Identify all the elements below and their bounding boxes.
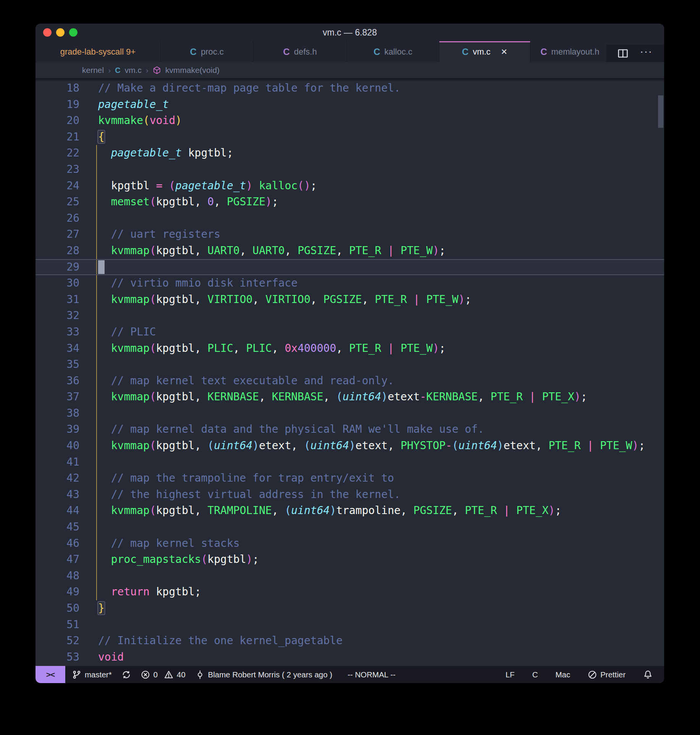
code-line[interactable]: 31 kvmmap(kpgtbl, VIRTIO0, VIRTIO0, PGSI…	[35, 292, 664, 308]
line-number[interactable]: 26	[35, 210, 79, 227]
code-line[interactable]: 52// Initialize the one kernel_pagetable	[35, 633, 664, 649]
notifications-item[interactable]	[643, 670, 653, 679]
line-number[interactable]: 39	[35, 421, 79, 438]
line-number[interactable]: 31	[35, 292, 79, 308]
code-line[interactable]: 36 // map kernel text executable and rea…	[35, 373, 664, 389]
sync-changes-button[interactable]	[122, 670, 131, 679]
line-content: kvmmap(kpgtbl, VIRTIO0, VIRTIO0, PGSIZE,…	[98, 292, 664, 308]
line-number[interactable]: 41	[35, 454, 79, 471]
line-number[interactable]: 20	[35, 113, 79, 129]
git-blame-item[interactable]: Blame Robert Morris ( 2 years ago )	[195, 670, 332, 679]
breadcrumb-folder[interactable]: kernel	[82, 66, 104, 75]
code-line[interactable]: 53void	[35, 649, 664, 666]
line-number[interactable]: 32	[35, 308, 79, 324]
line-number[interactable]: 52	[35, 633, 79, 649]
code-line[interactable]: 25 memset(kpgtbl, 0, PGSIZE);	[35, 194, 664, 210]
close-tab-icon[interactable]: ✕	[501, 48, 508, 56]
split-editor-icon[interactable]	[618, 48, 628, 59]
scrollbar-thumb[interactable]	[658, 95, 663, 128]
line-number[interactable]: 36	[35, 373, 79, 389]
code-editor[interactable]: 18// Make a direct-map page table for th…	[35, 78, 664, 666]
eol-indicator[interactable]: LF	[505, 670, 515, 679]
close-window-button[interactable]	[43, 28, 52, 37]
line-number[interactable]: 19	[35, 97, 79, 113]
line-number[interactable]: 40	[35, 438, 79, 454]
code-line[interactable]: 37 kvmmap(kpgtbl, KERNBASE, KERNBASE, (u…	[35, 389, 664, 405]
line-number[interactable]: 42	[35, 470, 79, 487]
line-number[interactable]: 37	[35, 389, 79, 405]
code-line[interactable]: 23	[35, 161, 664, 178]
code-line[interactable]: 50}	[35, 600, 664, 617]
line-number[interactable]: 30	[35, 275, 79, 292]
tab-grade-lab-syscall[interactable]: grade-lab-syscall 9+	[35, 41, 161, 62]
line-number[interactable]: 53	[35, 649, 79, 666]
breadcrumb-file[interactable]: vm.c	[125, 66, 142, 75]
tab-kalloc-c[interactable]: C kalloc.c	[347, 41, 439, 62]
formatter-indicator[interactable]: Prettier	[588, 670, 626, 679]
code-line[interactable]: 35	[35, 356, 664, 373]
code-line[interactable]: 26	[35, 210, 664, 227]
line-number[interactable]: 47	[35, 551, 79, 568]
code-line[interactable]: 19pagetable_t	[35, 97, 664, 113]
line-number[interactable]: 49	[35, 584, 79, 600]
code-line[interactable]: 38	[35, 405, 664, 422]
code-line[interactable]: 42 // map the trampoline for trap entry/…	[35, 470, 664, 487]
breadcrumb-symbol[interactable]: kvmmake(void)	[165, 66, 219, 75]
line-number[interactable]: 44	[35, 503, 79, 519]
line-number[interactable]: 22	[35, 145, 79, 161]
code-line[interactable]: 49 return kpgtbl;	[35, 584, 664, 600]
os-indicator[interactable]: Mac	[555, 670, 570, 679]
code-line[interactable]: 41	[35, 454, 664, 471]
vim-mode-indicator[interactable]: -- NORMAL --	[348, 670, 396, 679]
git-branch-item[interactable]: master*	[72, 670, 112, 679]
code-line[interactable]: 44 kvmmap(kpgtbl, TRAMPOLINE, (uint64)tr…	[35, 503, 664, 519]
minimize-window-button[interactable]	[56, 28, 65, 37]
line-number[interactable]: 28	[35, 243, 79, 259]
code-line[interactable]: 18// Make a direct-map page table for th…	[35, 80, 664, 97]
line-number[interactable]: 45	[35, 519, 79, 535]
more-actions-icon[interactable]: ···	[640, 52, 653, 55]
line-number[interactable]: 48	[35, 568, 79, 584]
code-line[interactable]: 33 // PLIC	[35, 324, 664, 340]
language-mode-indicator[interactable]: C	[532, 670, 538, 679]
line-number[interactable]: 46	[35, 535, 79, 552]
code-line[interactable]: 43 // the highest virtual address in the…	[35, 487, 664, 503]
tab-vm-c-active[interactable]: C vm.c ✕	[439, 41, 531, 62]
code-line[interactable]: 22 pagetable_t kpgtbl;	[35, 145, 664, 161]
code-line[interactable]: 45	[35, 519, 664, 535]
tab-proc-c[interactable]: C proc.c	[161, 41, 253, 62]
line-number[interactable]: 29	[35, 259, 79, 276]
code-line[interactable]: 32	[35, 308, 664, 324]
line-number[interactable]: 27	[35, 226, 79, 243]
line-number[interactable]: 38	[35, 405, 79, 422]
line-number[interactable]: 25	[35, 194, 79, 210]
line-number[interactable]: 50	[35, 600, 79, 617]
line-number[interactable]: 43	[35, 487, 79, 503]
tab-defs-h[interactable]: C defs.h	[253, 41, 347, 62]
problems-item[interactable]: 0 40	[141, 670, 185, 679]
line-number[interactable]: 51	[35, 617, 79, 633]
line-number[interactable]: 21	[35, 129, 79, 145]
code-line[interactable]: 20kvmmake(void)	[35, 113, 664, 129]
line-number[interactable]: 33	[35, 324, 79, 340]
line-number[interactable]: 18	[35, 80, 79, 97]
code-line[interactable]: 51	[35, 617, 664, 633]
maximize-window-button[interactable]	[69, 28, 77, 37]
line-number[interactable]: 23	[35, 161, 79, 178]
code-line[interactable]: 21{	[35, 129, 664, 145]
code-line[interactable]: 29	[35, 259, 664, 276]
code-line[interactable]: 24 kpgtbl = (pagetable_t) kalloc();	[35, 178, 664, 194]
code-line[interactable]: 40 kvmmap(kpgtbl, (uint64)etext, (uint64…	[35, 438, 664, 454]
line-number[interactable]: 35	[35, 356, 79, 373]
line-number[interactable]: 34	[35, 340, 79, 357]
remote-indicator-button[interactable]: ><	[35, 666, 65, 683]
code-line[interactable]: 34 kvmmap(kpgtbl, PLIC, PLIC, 0x400000, …	[35, 340, 664, 357]
code-line[interactable]: 27 // uart registers	[35, 226, 664, 243]
code-line[interactable]: 30 // virtio mmio disk interface	[35, 275, 664, 292]
line-number[interactable]: 24	[35, 178, 79, 194]
code-line[interactable]: 28 kvmmap(kpgtbl, UART0, UART0, PGSIZE, …	[35, 243, 664, 259]
code-line[interactable]: 46 // map kernel stacks	[35, 535, 664, 552]
code-line[interactable]: 39 // map kernel data and the physical R…	[35, 421, 664, 438]
code-line[interactable]: 47 proc_mapstacks(kpgtbl);	[35, 551, 664, 568]
code-line[interactable]: 48	[35, 568, 664, 584]
